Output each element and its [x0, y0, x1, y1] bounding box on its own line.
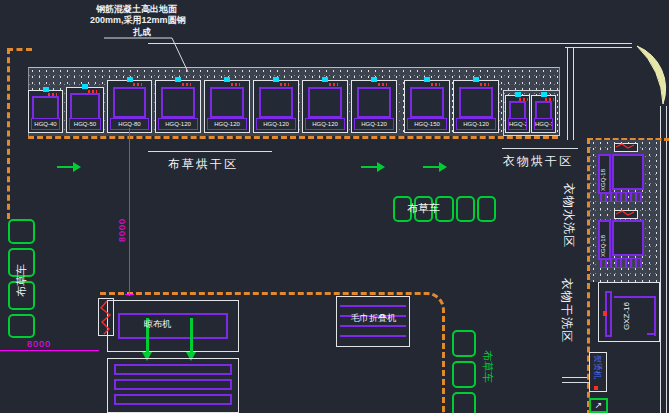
linen-cart[interactable] [452, 361, 476, 388]
washer-label[interactable]: XGQ-18 [600, 235, 606, 257]
annotation-line-3[interactable]: 扎成 [133, 26, 151, 39]
cad-drawing-canvas: 钢筋混凝土高出地面 200mm,采用12mm圆钢 扎成 HGQ-40 HGQ-5… [0, 0, 669, 413]
valve-mark-icon [82, 84, 88, 89]
door-swing-icon [637, 46, 666, 104]
dryer-machine[interactable]: HGQ-80 [107, 80, 152, 133]
washer-valve-box [614, 210, 638, 219]
pipe-mark-icon [378, 83, 387, 86]
cloth-airer-machine[interactable]: 晾布机 [107, 300, 239, 352]
dryer-machine[interactable]: HGQ-50 [66, 87, 104, 133]
valve-mark-icon [273, 77, 279, 82]
zone-boundary-platform [28, 136, 558, 139]
folder-belt [340, 335, 406, 337]
linen-cart[interactable] [8, 219, 35, 244]
bottom-wall-stub [562, 382, 589, 383]
control-box[interactable] [98, 298, 114, 336]
pipe-mark-icon [231, 83, 240, 86]
washer-base [600, 258, 642, 268]
dryer-inner-frame [357, 87, 391, 118]
dryer-label: HGQ-120 [207, 118, 247, 130]
airer-rail [114, 379, 232, 390]
towel-folder-label: 毛巾折叠机 [351, 312, 396, 325]
cloth-airer-machine-2[interactable] [107, 358, 239, 413]
towel-folder-machine[interactable]: 毛巾折叠机 [336, 296, 410, 347]
exit-arrow-icon: ↗ [589, 398, 608, 413]
dryer-machine[interactable]: HGQ-120 [155, 80, 201, 133]
airer-rail [114, 364, 232, 375]
zone-label-clothes-drying[interactable]: 衣物烘干区 [503, 153, 573, 170]
dryer-label: HGQ-150 [407, 118, 447, 130]
pipe-mark-icon [480, 83, 489, 86]
direction-arrow-icon [423, 162, 447, 172]
zone-title-rule [502, 148, 578, 149]
linen-cart[interactable] [456, 196, 475, 222]
dryer-inner-frame [459, 87, 493, 118]
zone-title-rule [148, 151, 272, 152]
dryer-label: HGQ-30 [534, 118, 553, 130]
dimension-line-horizontal[interactable] [0, 350, 99, 351]
dimension-value-horizontal[interactable]: 8000 [27, 339, 51, 349]
dryer-inner-frame [308, 87, 342, 118]
dryer-machine[interactable]: HGQ-120 [351, 80, 397, 133]
valve-mark-icon [43, 87, 49, 92]
dimension-value-vertical[interactable]: 8000 [117, 218, 127, 242]
dry-clean-frame [614, 296, 656, 298]
zone-label-clothes-washing[interactable]: 衣物水洗区 [560, 183, 577, 248]
cart-group-label[interactable]: 布草车 [407, 201, 440, 216]
airer-rail [114, 394, 232, 405]
washer-machine[interactable] [612, 154, 644, 190]
dryer-label: HGQ-120 [354, 118, 394, 130]
dryer-inner-frame [161, 87, 195, 118]
dimension-tick [125, 294, 134, 295]
valve-mark-icon [371, 77, 377, 82]
dryer-machine[interactable]: HGQ-120 [253, 80, 299, 133]
zone-label-linen-drying[interactable]: 布草烘干区 [168, 156, 238, 173]
dryer-label: HGQ-40 [31, 118, 60, 130]
red-mark [603, 311, 607, 316]
washer-label[interactable]: XGQ-18 [600, 169, 606, 191]
dryer-machine[interactable]: HGQ-30 [531, 95, 556, 133]
ironing-label[interactable]: 熨烫机 [592, 355, 603, 379]
washer-base [600, 192, 642, 202]
red-mark [594, 386, 598, 390]
linen-cart[interactable] [477, 196, 496, 222]
dryer-inner-frame [113, 87, 146, 118]
dryer-machine[interactable]: HGQ-20 [505, 95, 530, 133]
valve-mark-icon [175, 77, 181, 82]
cloth-airer-label: 晾布机 [144, 318, 171, 331]
dryer-label: HGQ-20 [508, 118, 527, 130]
dryer-machine[interactable]: HGQ-40 [28, 90, 63, 133]
zone-label-dry-cleaning[interactable]: 衣物干洗区 [558, 278, 575, 343]
dryer-label: HGQ-50 [69, 118, 101, 130]
partition-wall [567, 48, 568, 140]
dimension-line-vertical[interactable] [129, 128, 130, 296]
washer-machine[interactable] [612, 220, 644, 256]
folder-belt [340, 325, 406, 327]
direction-arrow-icon [57, 162, 81, 172]
pipe-mark-icon [280, 83, 289, 86]
dryer-machine[interactable]: HGQ-120 [302, 80, 348, 133]
bottom-wall-stub [562, 377, 589, 378]
valve-mark-icon [224, 77, 230, 82]
top-wall-line-inner [565, 47, 632, 48]
valve-mark-icon [473, 77, 479, 82]
valve-mark-icon [322, 77, 328, 82]
dryer-label: HGQ-120 [256, 118, 296, 130]
pipe-mark-icon [329, 83, 338, 86]
pipe-mark-icon [431, 83, 440, 86]
linen-cart[interactable] [8, 314, 35, 338]
top-wall-line [148, 43, 632, 44]
linen-cart[interactable] [452, 392, 476, 413]
valve-mark-icon [541, 92, 547, 97]
dryer-label: HGQ-120 [456, 118, 496, 130]
dryer-machine[interactable]: HGQ-150 [404, 80, 450, 133]
linen-cart[interactable] [452, 330, 476, 357]
folder-belt [340, 305, 406, 307]
dryer-machine[interactable]: HGQ-120 [453, 80, 499, 133]
dry-clean-label[interactable]: GXZ-16 [622, 302, 631, 330]
dry-clean-frame [647, 333, 656, 335]
dryer-machine[interactable]: HGQ-120 [204, 80, 250, 133]
cart-group-label[interactable]: 布草车 [14, 264, 29, 297]
cart-group-label[interactable]: 布草车 [480, 350, 495, 383]
dry-clean-frame [654, 296, 656, 336]
